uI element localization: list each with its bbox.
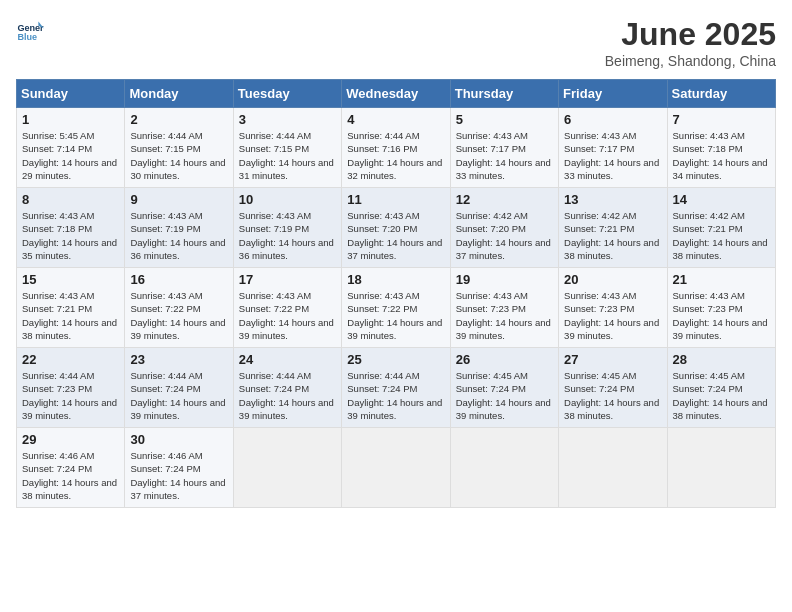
day-number: 14 <box>673 192 770 207</box>
calendar-cell <box>233 428 341 508</box>
calendar-cell: 28 Sunrise: 4:45 AMSunset: 7:24 PMDaylig… <box>667 348 775 428</box>
day-number: 1 <box>22 112 119 127</box>
day-number: 8 <box>22 192 119 207</box>
cell-info: Sunrise: 4:43 AMSunset: 7:19 PMDaylight:… <box>130 210 225 261</box>
day-number: 24 <box>239 352 336 367</box>
cell-info: Sunrise: 4:43 AMSunset: 7:18 PMDaylight:… <box>22 210 117 261</box>
calendar-cell: 20 Sunrise: 4:43 AMSunset: 7:23 PMDaylig… <box>559 268 667 348</box>
calendar-cell: 18 Sunrise: 4:43 AMSunset: 7:22 PMDaylig… <box>342 268 450 348</box>
cell-info: Sunrise: 4:43 AMSunset: 7:19 PMDaylight:… <box>239 210 334 261</box>
cell-info: Sunrise: 4:45 AMSunset: 7:24 PMDaylight:… <box>456 370 551 421</box>
month-title: June 2025 <box>605 16 776 53</box>
day-number: 2 <box>130 112 227 127</box>
day-number: 16 <box>130 272 227 287</box>
calendar-cell: 7 Sunrise: 4:43 AMSunset: 7:18 PMDayligh… <box>667 108 775 188</box>
calendar-cell: 30 Sunrise: 4:46 AMSunset: 7:24 PMDaylig… <box>125 428 233 508</box>
calendar-cell: 2 Sunrise: 4:44 AMSunset: 7:15 PMDayligh… <box>125 108 233 188</box>
calendar-cell: 25 Sunrise: 4:44 AMSunset: 7:24 PMDaylig… <box>342 348 450 428</box>
cell-info: Sunrise: 4:43 AMSunset: 7:23 PMDaylight:… <box>564 290 659 341</box>
cell-info: Sunrise: 4:45 AMSunset: 7:24 PMDaylight:… <box>564 370 659 421</box>
calendar-cell: 4 Sunrise: 4:44 AMSunset: 7:16 PMDayligh… <box>342 108 450 188</box>
location-subtitle: Beimeng, Shandong, China <box>605 53 776 69</box>
calendar-header-row: SundayMondayTuesdayWednesdayThursdayFrid… <box>17 80 776 108</box>
cell-info: Sunrise: 4:44 AMSunset: 7:24 PMDaylight:… <box>130 370 225 421</box>
calendar-week-row: 8 Sunrise: 4:43 AMSunset: 7:18 PMDayligh… <box>17 188 776 268</box>
cell-info: Sunrise: 4:43 AMSunset: 7:17 PMDaylight:… <box>456 130 551 181</box>
cell-info: Sunrise: 4:44 AMSunset: 7:15 PMDaylight:… <box>130 130 225 181</box>
cell-info: Sunrise: 4:43 AMSunset: 7:20 PMDaylight:… <box>347 210 442 261</box>
day-number: 23 <box>130 352 227 367</box>
day-header-friday: Friday <box>559 80 667 108</box>
day-number: 9 <box>130 192 227 207</box>
svg-text:Blue: Blue <box>17 32 37 42</box>
calendar-cell: 22 Sunrise: 4:44 AMSunset: 7:23 PMDaylig… <box>17 348 125 428</box>
cell-info: Sunrise: 4:44 AMSunset: 7:16 PMDaylight:… <box>347 130 442 181</box>
cell-info: Sunrise: 4:44 AMSunset: 7:24 PMDaylight:… <box>239 370 334 421</box>
cell-info: Sunrise: 5:45 AMSunset: 7:14 PMDaylight:… <box>22 130 117 181</box>
calendar-cell <box>667 428 775 508</box>
day-number: 13 <box>564 192 661 207</box>
day-number: 7 <box>673 112 770 127</box>
day-number: 30 <box>130 432 227 447</box>
calendar-cell: 6 Sunrise: 4:43 AMSunset: 7:17 PMDayligh… <box>559 108 667 188</box>
calendar-cell: 8 Sunrise: 4:43 AMSunset: 7:18 PMDayligh… <box>17 188 125 268</box>
calendar-week-row: 15 Sunrise: 4:43 AMSunset: 7:21 PMDaylig… <box>17 268 776 348</box>
day-number: 12 <box>456 192 553 207</box>
day-number: 15 <box>22 272 119 287</box>
day-header-wednesday: Wednesday <box>342 80 450 108</box>
calendar-table: SundayMondayTuesdayWednesdayThursdayFrid… <box>16 79 776 508</box>
day-number: 25 <box>347 352 444 367</box>
calendar-week-row: 1 Sunrise: 5:45 AMSunset: 7:14 PMDayligh… <box>17 108 776 188</box>
calendar-cell: 10 Sunrise: 4:43 AMSunset: 7:19 PMDaylig… <box>233 188 341 268</box>
cell-info: Sunrise: 4:43 AMSunset: 7:22 PMDaylight:… <box>347 290 442 341</box>
calendar-cell: 3 Sunrise: 4:44 AMSunset: 7:15 PMDayligh… <box>233 108 341 188</box>
calendar-cell: 23 Sunrise: 4:44 AMSunset: 7:24 PMDaylig… <box>125 348 233 428</box>
calendar-cell: 26 Sunrise: 4:45 AMSunset: 7:24 PMDaylig… <box>450 348 558 428</box>
day-number: 22 <box>22 352 119 367</box>
calendar-cell: 17 Sunrise: 4:43 AMSunset: 7:22 PMDaylig… <box>233 268 341 348</box>
calendar-cell: 29 Sunrise: 4:46 AMSunset: 7:24 PMDaylig… <box>17 428 125 508</box>
day-number: 5 <box>456 112 553 127</box>
calendar-week-row: 29 Sunrise: 4:46 AMSunset: 7:24 PMDaylig… <box>17 428 776 508</box>
logo: General Blue <box>16 16 44 44</box>
day-number: 10 <box>239 192 336 207</box>
calendar-cell: 21 Sunrise: 4:43 AMSunset: 7:23 PMDaylig… <box>667 268 775 348</box>
day-number: 18 <box>347 272 444 287</box>
calendar-cell: 11 Sunrise: 4:43 AMSunset: 7:20 PMDaylig… <box>342 188 450 268</box>
calendar-cell: 24 Sunrise: 4:44 AMSunset: 7:24 PMDaylig… <box>233 348 341 428</box>
day-header-sunday: Sunday <box>17 80 125 108</box>
day-number: 29 <box>22 432 119 447</box>
day-number: 17 <box>239 272 336 287</box>
cell-info: Sunrise: 4:44 AMSunset: 7:23 PMDaylight:… <box>22 370 117 421</box>
calendar-cell: 13 Sunrise: 4:42 AMSunset: 7:21 PMDaylig… <box>559 188 667 268</box>
cell-info: Sunrise: 4:43 AMSunset: 7:23 PMDaylight:… <box>673 290 768 341</box>
day-number: 3 <box>239 112 336 127</box>
calendar-cell: 19 Sunrise: 4:43 AMSunset: 7:23 PMDaylig… <box>450 268 558 348</box>
cell-info: Sunrise: 4:43 AMSunset: 7:23 PMDaylight:… <box>456 290 551 341</box>
day-header-tuesday: Tuesday <box>233 80 341 108</box>
day-number: 6 <box>564 112 661 127</box>
cell-info: Sunrise: 4:42 AMSunset: 7:21 PMDaylight:… <box>564 210 659 261</box>
cell-info: Sunrise: 4:43 AMSunset: 7:17 PMDaylight:… <box>564 130 659 181</box>
calendar-cell: 12 Sunrise: 4:42 AMSunset: 7:20 PMDaylig… <box>450 188 558 268</box>
cell-info: Sunrise: 4:46 AMSunset: 7:24 PMDaylight:… <box>130 450 225 501</box>
calendar-cell: 15 Sunrise: 4:43 AMSunset: 7:21 PMDaylig… <box>17 268 125 348</box>
day-header-monday: Monday <box>125 80 233 108</box>
calendar-cell: 5 Sunrise: 4:43 AMSunset: 7:17 PMDayligh… <box>450 108 558 188</box>
cell-info: Sunrise: 4:42 AMSunset: 7:21 PMDaylight:… <box>673 210 768 261</box>
calendar-cell: 14 Sunrise: 4:42 AMSunset: 7:21 PMDaylig… <box>667 188 775 268</box>
cell-info: Sunrise: 4:43 AMSunset: 7:18 PMDaylight:… <box>673 130 768 181</box>
day-header-thursday: Thursday <box>450 80 558 108</box>
day-number: 28 <box>673 352 770 367</box>
calendar-cell: 27 Sunrise: 4:45 AMSunset: 7:24 PMDaylig… <box>559 348 667 428</box>
day-number: 26 <box>456 352 553 367</box>
calendar-cell <box>450 428 558 508</box>
cell-info: Sunrise: 4:44 AMSunset: 7:15 PMDaylight:… <box>239 130 334 181</box>
cell-info: Sunrise: 4:45 AMSunset: 7:24 PMDaylight:… <box>673 370 768 421</box>
cell-info: Sunrise: 4:43 AMSunset: 7:22 PMDaylight:… <box>130 290 225 341</box>
cell-info: Sunrise: 4:46 AMSunset: 7:24 PMDaylight:… <box>22 450 117 501</box>
cell-info: Sunrise: 4:44 AMSunset: 7:24 PMDaylight:… <box>347 370 442 421</box>
calendar-cell <box>559 428 667 508</box>
calendar-cell: 16 Sunrise: 4:43 AMSunset: 7:22 PMDaylig… <box>125 268 233 348</box>
logo-icon: General Blue <box>16 16 44 44</box>
